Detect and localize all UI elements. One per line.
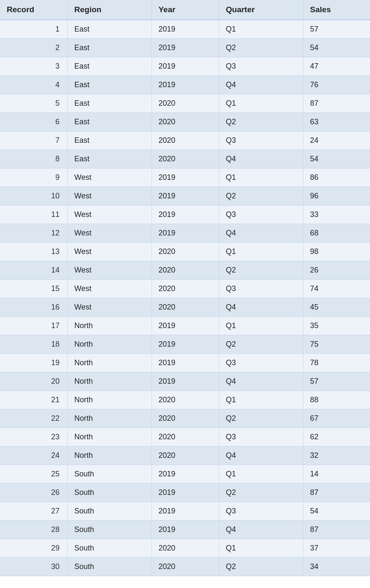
cell-year: 2019: [152, 484, 219, 502]
cell-record: 22: [0, 409, 67, 428]
cell-region: South: [67, 465, 152, 484]
table-row: 8East2020Q454: [0, 150, 370, 168]
table-row: 16West2020Q445: [0, 298, 370, 317]
cell-quarter: Q4: [219, 446, 303, 465]
cell-region: East: [67, 113, 152, 131]
cell-sales: 86: [303, 168, 370, 187]
cell-region: South: [67, 521, 152, 539]
cell-quarter: Q2: [219, 39, 303, 57]
table-row: 17North2019Q135: [0, 317, 370, 335]
cell-year: 2019: [152, 372, 219, 391]
cell-quarter: Q3: [219, 57, 303, 76]
cell-quarter: Q2: [219, 261, 303, 280]
cell-quarter: Q4: [219, 224, 303, 243]
cell-record: 28: [0, 521, 67, 539]
cell-sales: 87: [303, 521, 370, 539]
table-row: 19North2019Q378: [0, 354, 370, 372]
cell-quarter: Q1: [219, 391, 303, 409]
cell-year: 2020: [152, 113, 219, 131]
cell-year: 2020: [152, 150, 219, 168]
cell-year: 2020: [152, 94, 219, 113]
cell-sales: 63: [303, 113, 370, 131]
cell-sales: 26: [303, 261, 370, 280]
table-row: 27South2019Q354: [0, 502, 370, 521]
cell-year: 2020: [152, 243, 219, 261]
cell-quarter: Q4: [219, 298, 303, 317]
cell-record: 25: [0, 465, 67, 484]
cell-record: 12: [0, 224, 67, 243]
cell-record: 1: [0, 20, 67, 39]
cell-year: 2019: [152, 20, 219, 39]
table-row: 24North2020Q432: [0, 446, 370, 465]
cell-quarter: Q1: [219, 465, 303, 484]
cell-record: 30: [0, 558, 67, 576]
cell-year: 2020: [152, 261, 219, 280]
cell-record: 23: [0, 428, 67, 446]
cell-record: 5: [0, 94, 67, 113]
cell-region: North: [67, 409, 152, 428]
cell-record: 26: [0, 484, 67, 502]
cell-sales: 74: [303, 280, 370, 298]
cell-year: 2019: [152, 335, 219, 354]
cell-record: 29: [0, 539, 67, 558]
cell-record: 9: [0, 168, 67, 187]
cell-quarter: Q1: [219, 20, 303, 39]
cell-region: East: [67, 20, 152, 39]
cell-quarter: Q4: [219, 76, 303, 94]
cell-quarter: Q2: [219, 558, 303, 576]
cell-region: East: [67, 57, 152, 76]
table-row: 20North2019Q457: [0, 372, 370, 391]
table-row: 13West2020Q198: [0, 243, 370, 261]
table-row: 15West2020Q374: [0, 280, 370, 298]
cell-sales: 57: [303, 20, 370, 39]
cell-region: East: [67, 131, 152, 150]
cell-sales: 62: [303, 428, 370, 446]
cell-region: West: [67, 280, 152, 298]
cell-quarter: Q4: [219, 372, 303, 391]
cell-quarter: Q2: [219, 335, 303, 354]
cell-record: 13: [0, 243, 67, 261]
cell-region: East: [67, 150, 152, 168]
cell-record: 17: [0, 317, 67, 335]
table-row: 4East2019Q476: [0, 76, 370, 94]
cell-quarter: Q3: [219, 131, 303, 150]
cell-region: South: [67, 484, 152, 502]
cell-quarter: Q4: [219, 150, 303, 168]
cell-record: 2: [0, 39, 67, 57]
table-row: 25South2019Q114: [0, 465, 370, 484]
table-row: 7East2020Q324: [0, 131, 370, 150]
cell-quarter: Q4: [219, 521, 303, 539]
table-row: 9West2019Q186: [0, 168, 370, 187]
table-body: 1East2019Q1572East2019Q2543East2019Q3474…: [0, 20, 370, 576]
cell-year: 2019: [152, 502, 219, 521]
table-row: 2East2019Q254: [0, 39, 370, 57]
cell-sales: 47: [303, 57, 370, 76]
cell-year: 2020: [152, 558, 219, 576]
table-row: 12West2019Q468: [0, 224, 370, 243]
table-row: 23North2020Q362: [0, 428, 370, 446]
table-row: 29South2020Q137: [0, 539, 370, 558]
cell-sales: 57: [303, 372, 370, 391]
cell-record: 10: [0, 187, 67, 206]
cell-year: 2020: [152, 409, 219, 428]
cell-sales: 78: [303, 354, 370, 372]
cell-year: 2019: [152, 39, 219, 57]
cell-record: 4: [0, 76, 67, 94]
cell-region: East: [67, 76, 152, 94]
cell-year: 2020: [152, 446, 219, 465]
cell-sales: 67: [303, 409, 370, 428]
cell-quarter: Q2: [219, 409, 303, 428]
cell-sales: 37: [303, 539, 370, 558]
cell-sales: 76: [303, 76, 370, 94]
cell-region: West: [67, 298, 152, 317]
cell-record: 24: [0, 446, 67, 465]
table-row: 5East2020Q187: [0, 94, 370, 113]
column-header-quarter: Quarter: [219, 0, 303, 20]
cell-record: 6: [0, 113, 67, 131]
cell-record: 15: [0, 280, 67, 298]
cell-year: 2019: [152, 57, 219, 76]
cell-year: 2020: [152, 539, 219, 558]
column-header-record: Record: [0, 0, 67, 20]
cell-quarter: Q3: [219, 280, 303, 298]
table-row: 26South2019Q287: [0, 484, 370, 502]
